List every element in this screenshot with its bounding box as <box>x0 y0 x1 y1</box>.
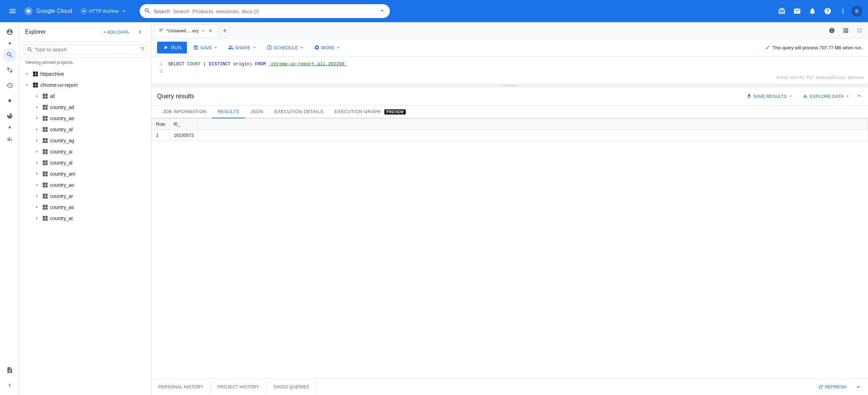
tree-expand-chrome-ux[interactable] <box>24 82 31 89</box>
tab-json[interactable]: JSON <box>245 106 269 118</box>
tab-execution-details[interactable]: EXECUTION DETAILS <box>269 106 329 118</box>
gift-icon-button[interactable] <box>775 4 789 18</box>
sidebar-collapse-button[interactable] <box>3 378 17 392</box>
save-results-button[interactable]: SAVE RESULTS <box>743 91 796 101</box>
sidebar-history-button[interactable] <box>3 78 17 92</box>
tree-item-country-am[interactable]: country_am ⋮ <box>19 168 151 179</box>
tab-close-button[interactable]: ✕ <box>208 28 213 34</box>
tree-expand-country-at[interactable] <box>33 215 40 222</box>
tree-expand-country-am[interactable] <box>33 170 40 177</box>
tree-more-country-ai[interactable]: ⋮ <box>144 149 148 154</box>
tree-more-country-ag[interactable]: ⋮ <box>144 138 148 143</box>
user-avatar[interactable]: B <box>851 6 862 17</box>
app-layout: Explorer + ADD DATA ? Viewing pinned pro… <box>0 22 868 395</box>
tree-expand-country-ai[interactable] <box>33 148 40 155</box>
sidebar-dot-2[interactable] <box>3 94 17 108</box>
query-tab-unsaved[interactable]: *Unsaved ... ery ✕ <box>154 24 218 37</box>
tree-more-country-as[interactable]: ⋮ <box>144 205 148 210</box>
explorer-search-input[interactable] <box>35 47 139 52</box>
query-editor[interactable]: 1 SELECT COUNT ( DISTINCT origin) FROM `… <box>152 57 868 84</box>
tree-item-chrome-ux-report[interactable]: chrome-ux-report 📌 ⋮ <box>19 79 151 91</box>
tree-more-country-am[interactable]: ⋮ <box>144 171 148 177</box>
history-tab-project[interactable]: PROJECT HISTORY <box>211 380 267 394</box>
collapse-history-button[interactable] <box>853 381 864 393</box>
tree-more-country-ao[interactable]: ⋮ <box>144 183 148 188</box>
table-icon-country-ae <box>42 115 49 122</box>
tree-expand-country-af[interactable] <box>33 126 40 133</box>
tree-item-all[interactable]: all ⋮ <box>19 91 151 102</box>
tree-more-country-at[interactable]: ⋮ <box>144 216 148 221</box>
save-button[interactable]: SAVE <box>190 43 222 52</box>
tree-expand-country-as[interactable] <box>33 204 40 211</box>
explore-data-button[interactable]: EXPLORE DATA <box>799 91 853 101</box>
tab-dropdown-icon[interactable] <box>201 28 206 33</box>
email-icon-button[interactable] <box>790 4 804 18</box>
tree-expand-country-ad[interactable] <box>33 104 40 111</box>
editor-resize-handle[interactable] <box>152 84 868 87</box>
help-circle-icon[interactable]: ? <box>141 47 144 53</box>
sidebar-chart-button[interactable] <box>3 132 17 146</box>
sidebar-search-button[interactable] <box>3 48 17 62</box>
tree-more-country-al[interactable]: ⋮ <box>144 160 148 166</box>
hamburger-menu-button[interactable] <box>6 4 19 18</box>
tree-expand-country-ae[interactable] <box>33 115 40 122</box>
tree-item-country-ae[interactable]: country_ae ⋮ <box>19 113 151 124</box>
history-tab-personal[interactable]: PERSONAL HISTORY <box>152 380 211 394</box>
google-cloud-logo[interactable]: Google Cloud <box>24 6 72 16</box>
help-icon-button[interactable] <box>821 4 835 18</box>
tree-expand-all[interactable] <box>33 93 40 100</box>
tree-item-country-ao[interactable]: country_ao ⋮ <box>19 179 151 191</box>
tree-more-httparchive[interactable]: ⋮ <box>144 72 148 77</box>
more-vert-icon-button[interactable] <box>836 4 850 18</box>
tree-item-httparchive[interactable]: httparchive ⋮ <box>19 68 151 79</box>
history-tab-saved[interactable]: SAVED QUERIES <box>267 380 317 394</box>
tab-info-icon-button[interactable] <box>826 25 837 36</box>
tree-more-country-ae[interactable]: ⋮ <box>144 116 148 121</box>
tab-job-information[interactable]: JOB INFORMATION <box>157 106 212 118</box>
tree-expand-country-al[interactable] <box>33 159 40 166</box>
add-data-button[interactable]: + ADD DATA <box>100 27 132 37</box>
tree-item-country-ai[interactable]: country_ai ⋮ <box>19 146 151 157</box>
tree-item-country-af[interactable]: country_af ⋮ <box>19 124 151 135</box>
results-title: Query results <box>157 93 194 100</box>
sidebar-home-button[interactable] <box>3 25 17 39</box>
sidebar-content-button[interactable] <box>3 363 17 377</box>
tree-label-chrome-ux: chrome-ux-report <box>40 82 136 88</box>
tree-expand-country-ao[interactable] <box>33 182 40 188</box>
tree-item-country-ag[interactable]: country_ag ⋮ <box>19 135 151 146</box>
tree-item-country-as[interactable]: country_as ⋮ <box>19 202 151 213</box>
pin-icon-chrome-ux[interactable]: 📌 <box>138 83 143 88</box>
sidebar-wrench-button[interactable] <box>3 109 17 123</box>
notification-icon-button[interactable] <box>805 4 819 18</box>
collapse-panel-button[interactable] <box>134 26 146 37</box>
tab-table-icon-button[interactable] <box>840 25 851 36</box>
tree-item-country-al[interactable]: country_al ⋮ <box>19 157 151 168</box>
tree-more-country-ar[interactable]: ⋮ <box>144 194 148 199</box>
tree-more-chrome-ux[interactable]: ⋮ <box>144 83 148 88</box>
tree-more-country-af[interactable]: ⋮ <box>144 127 148 132</box>
cell-empty <box>198 130 868 141</box>
tree-item-country-at[interactable]: country_at ⋮ <box>19 213 151 224</box>
tree-item-country-ad[interactable]: country_ad ⋮ <box>19 102 151 113</box>
tree-more-country-ad[interactable]: ⋮ <box>144 105 148 110</box>
sidebar-transfer-button[interactable] <box>3 63 17 77</box>
share-button[interactable]: SHARE <box>224 43 260 52</box>
tab-expand-icon-button[interactable] <box>854 25 865 36</box>
global-search-bar[interactable]: Search <box>140 4 390 18</box>
global-search-input[interactable] <box>173 8 376 14</box>
schedule-button[interactable]: SCHEDULE <box>263 43 308 52</box>
new-tab-button[interactable] <box>219 25 230 36</box>
project-selector[interactable]: HTTP Archive <box>78 6 130 16</box>
more-button[interactable]: MORE <box>311 43 344 52</box>
tab-execution-graph[interactable]: EXECUTION GRAPH PREVIEW <box>329 106 411 118</box>
tree-more-all[interactable]: ⋮ <box>144 94 148 99</box>
tree-item-country-ar[interactable]: country_ar ⋮ <box>19 191 151 202</box>
tree-expand-httparchive[interactable] <box>24 70 31 77</box>
tab-results[interactable]: RESULTS <box>212 106 245 118</box>
tree-expand-country-ag[interactable] <box>33 137 40 144</box>
run-button[interactable]: RUN <box>157 42 187 53</box>
refresh-button[interactable]: REFRESH <box>814 382 850 392</box>
results-expand-icon[interactable] <box>856 93 862 100</box>
search-expand-icon[interactable] <box>379 7 386 15</box>
tree-expand-country-ar[interactable] <box>33 193 40 200</box>
